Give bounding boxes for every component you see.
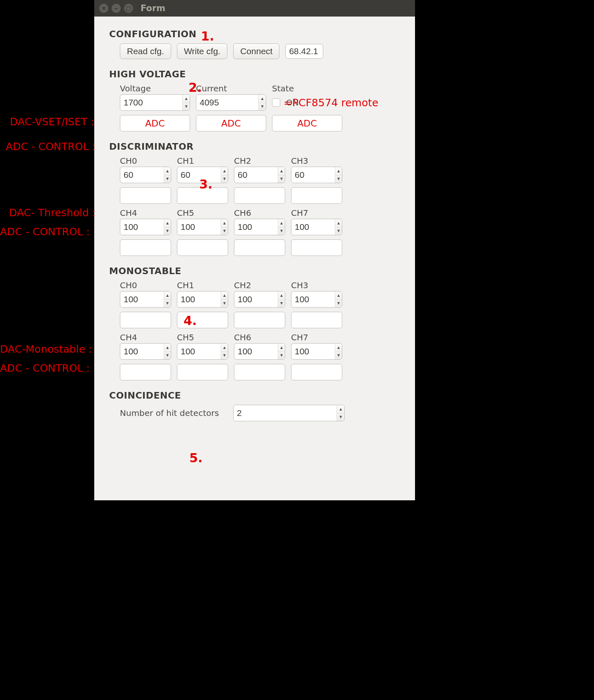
coincidence-input[interactable] (234, 405, 336, 421)
disc-ch3-stepper[interactable]: ▲▼ (291, 167, 342, 183)
coincidence-stepper[interactable]: ▲▼ (233, 405, 345, 421)
disc-ch7-label: CH7 (291, 208, 342, 218)
chevron-down-icon[interactable]: ▼ (335, 300, 342, 308)
chevron-down-icon[interactable]: ▼ (278, 300, 285, 308)
mono-ch4-stepper[interactable]: ▲▼ (120, 343, 171, 360)
chevron-up-icon[interactable]: ▲ (183, 95, 190, 103)
chevron-up-icon[interactable]: ▲ (278, 291, 285, 300)
disc-ch3-adc[interactable] (291, 187, 342, 204)
mono-ch0-adc[interactable] (120, 312, 171, 328)
mono-ch4-label: CH4 (120, 332, 171, 342)
disc-ch5-stepper[interactable]: ▲▼ (177, 219, 228, 235)
disc-ch6-stepper[interactable]: ▲▼ (234, 219, 285, 235)
disc-ch2-adc[interactable] (234, 187, 285, 204)
annot-3: 3. (199, 177, 212, 191)
mono-ch2-adc[interactable] (234, 312, 285, 328)
chevron-down-icon[interactable]: ▼ (335, 352, 342, 360)
chevron-up-icon[interactable]: ▲ (221, 291, 228, 300)
chevron-down-icon[interactable]: ▼ (183, 103, 190, 111)
chevron-up-icon[interactable]: ▲ (335, 167, 342, 175)
annot-adc-control-hv: ADC - CONTROL : (6, 141, 95, 153)
chevron-up-icon[interactable]: ▲ (278, 344, 285, 352)
mono-ch2-stepper[interactable]: ▲▼ (234, 291, 285, 308)
chevron-up-icon[interactable]: ▲ (278, 219, 285, 227)
disc-ch6-label: CH6 (234, 208, 285, 218)
hv-on-checkbox[interactable] (272, 98, 280, 107)
mono-ch6-stepper[interactable]: ▲▼ (234, 343, 285, 360)
mono-ch5-stepper[interactable]: ▲▼ (177, 343, 228, 360)
chevron-down-icon[interactable]: ▼ (259, 103, 266, 111)
mono-ch5-adc[interactable] (177, 364, 228, 380)
connect-button[interactable]: Connect (233, 43, 279, 59)
close-icon[interactable]: ✕ (99, 4, 108, 13)
disc-ch7-stepper[interactable]: ▲▼ (291, 219, 342, 235)
disc-ch6-adc[interactable] (234, 239, 285, 256)
disc-ch4-adc[interactable] (120, 239, 171, 256)
hv-voltage-input[interactable] (120, 95, 182, 110)
mono-ch3-label: CH3 (291, 280, 342, 290)
chevron-up-icon[interactable]: ▲ (337, 405, 344, 413)
chevron-up-icon[interactable]: ▲ (335, 291, 342, 300)
chevron-down-icon[interactable]: ▼ (164, 352, 171, 360)
mono-ch3-stepper[interactable]: ▲▼ (291, 291, 342, 308)
chevron-down-icon[interactable]: ▼ (337, 413, 344, 421)
chevron-up-icon[interactable]: ▲ (221, 167, 228, 175)
disc-ch4-stepper[interactable]: ▲▼ (120, 219, 171, 235)
chevron-up-icon[interactable]: ▲ (164, 167, 171, 175)
disc-ch2-stepper[interactable]: ▲▼ (234, 167, 285, 183)
maximize-icon[interactable]: □ (124, 4, 133, 13)
chevron-up-icon[interactable]: ▲ (278, 167, 285, 175)
mono-ch4-adc[interactable] (120, 364, 171, 380)
annot-2: 2. (188, 80, 202, 95)
disc-ch5-adc[interactable] (177, 239, 228, 256)
chevron-down-icon[interactable]: ▼ (278, 352, 285, 360)
chevron-up-icon[interactable]: ▲ (259, 95, 266, 103)
chevron-down-icon[interactable]: ▼ (164, 175, 171, 183)
hv-state-adc: ADC (272, 115, 342, 131)
mono-ch2-label: CH2 (234, 280, 285, 290)
disc-ch2-label: CH2 (234, 156, 285, 166)
chevron-up-icon[interactable]: ▲ (221, 344, 228, 352)
chevron-up-icon[interactable]: ▲ (164, 219, 171, 227)
mono-ch6-adc[interactable] (234, 364, 285, 380)
minimize-icon[interactable]: – (112, 4, 121, 13)
chevron-down-icon[interactable]: ▼ (221, 175, 228, 183)
disc-ch0-stepper[interactable]: ▲▼ (120, 167, 171, 183)
mono-ch1-stepper[interactable]: ▲▼ (177, 291, 228, 308)
chevron-up-icon[interactable]: ▲ (164, 291, 171, 300)
chevron-down-icon[interactable]: ▼ (164, 227, 171, 235)
chevron-up-icon[interactable]: ▲ (164, 344, 171, 352)
chevron-down-icon[interactable]: ▼ (221, 352, 228, 360)
chevron-up-icon[interactable]: ▲ (335, 219, 342, 227)
hv-current-input[interactable] (196, 95, 258, 110)
disc-ch3-label: CH3 (291, 156, 342, 166)
mono-ch0-label: CH0 (120, 280, 171, 290)
disc-ch7-adc[interactable] (291, 239, 342, 256)
chevron-down-icon[interactable]: ▼ (335, 175, 342, 183)
chevron-down-icon[interactable]: ▼ (164, 300, 171, 308)
section-configuration: CONFIGURATION (109, 29, 405, 39)
mono-ch7-stepper[interactable]: ▲▼ (291, 343, 342, 360)
chevron-down-icon[interactable]: ▼ (335, 227, 342, 235)
disc-ch5-label: CH5 (177, 208, 228, 218)
mono-ch7-adc[interactable] (291, 364, 342, 380)
host-input[interactable] (285, 44, 323, 59)
mono-ch0-stepper[interactable]: ▲▼ (120, 291, 171, 308)
chevron-down-icon[interactable]: ▼ (221, 300, 228, 308)
mono-ch3-adc[interactable] (291, 312, 342, 328)
mono-ch5-label: CH5 (177, 332, 228, 342)
coincidence-label: Number of hit detectors (120, 408, 227, 418)
chevron-down-icon[interactable]: ▼ (221, 227, 228, 235)
chevron-up-icon[interactable]: ▲ (221, 219, 228, 227)
section-coincidence: COINCIDENCE (109, 390, 405, 401)
write-cfg-button[interactable]: Write cfg. (177, 43, 227, 59)
main-window: CONFIGURATION Read cfg. Write cfg. Conne… (94, 17, 415, 500)
chevron-up-icon[interactable]: ▲ (335, 344, 342, 352)
disc-ch0-adc[interactable] (120, 187, 171, 204)
mono-ch1-label: CH1 (177, 280, 228, 290)
hv-voltage-stepper[interactable]: ▲▼ (120, 94, 190, 111)
hv-current-stepper[interactable]: ▲▼ (196, 94, 266, 111)
chevron-down-icon[interactable]: ▼ (278, 175, 285, 183)
read-cfg-button[interactable]: Read cfg. (120, 43, 171, 59)
chevron-down-icon[interactable]: ▼ (278, 227, 285, 235)
